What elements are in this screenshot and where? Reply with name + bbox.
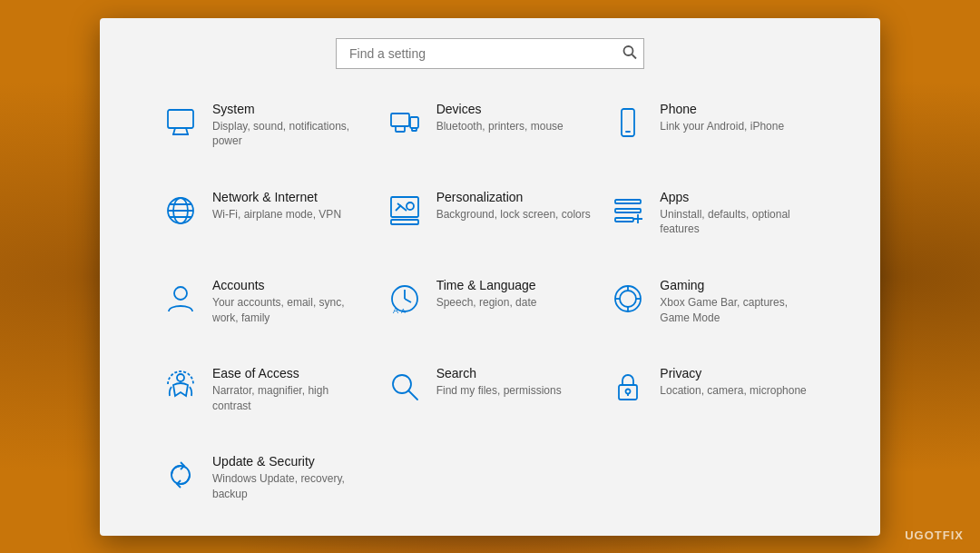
setting-item-personalization[interactable]: Personalization Background, lock screen,… [378, 173, 603, 262]
personalization-title: Personalization [436, 190, 591, 204]
gaming-title: Gaming [660, 278, 817, 292]
setting-item-update[interactable]: Update & Security Windows Update, recove… [154, 438, 378, 526]
svg-line-21 [396, 205, 401, 211]
accounts-title: Accounts [212, 278, 369, 292]
svg-line-30 [405, 299, 411, 302]
setting-item-phone[interactable]: Phone Link your Android, iPhone [602, 85, 826, 173]
ease-title: Ease of Access [212, 366, 369, 380]
svg-point-39 [177, 374, 184, 381]
personalization-icon [386, 192, 424, 230]
search-icon [622, 44, 637, 59]
svg-rect-18 [391, 220, 418, 224]
watermark-label: UGOTFIX [905, 528, 964, 542]
setting-item-accounts[interactable]: Accounts Your accounts, email, sync, wor… [154, 262, 378, 350]
devices-icon [386, 104, 424, 142]
apps-icon [609, 192, 647, 230]
search-button[interactable] [622, 44, 637, 62]
settings-grid: System Display, sound, notifications, po… [100, 69, 880, 536]
setting-item-apps[interactable]: Apps Uninstall, defaults, optional featu… [602, 173, 826, 262]
svg-rect-9 [412, 128, 416, 131]
time-title: Time & Language [436, 278, 537, 292]
time-icon: A A [386, 280, 424, 318]
setting-item-devices[interactable]: Devices Bluetooth, printers, mouse [378, 85, 603, 173]
svg-point-34 [620, 291, 636, 307]
update-title: Update & Security [212, 454, 369, 469]
gaming-icon [609, 280, 647, 318]
time-desc: Speech, region, date [436, 295, 537, 311]
monitor-icon [162, 104, 200, 142]
setting-item-gaming[interactable]: Gaming Xbox Game Bar, captures, Game Mod… [602, 262, 826, 350]
personalization-desc: Background, lock screen, colors [436, 207, 591, 222]
svg-rect-2 [168, 110, 193, 128]
svg-rect-6 [391, 114, 409, 126]
setting-item-time[interactable]: A A Time & Language Speech, region, date [378, 262, 603, 350]
network-desc: Wi-Fi, airplane mode, VPN [212, 207, 341, 222]
setting-item-ease[interactable]: Ease of Access Narrator, magnifier, high… [154, 350, 378, 438]
search-input[interactable] [336, 38, 644, 69]
svg-line-1 [632, 54, 637, 59]
phone-icon [609, 104, 647, 142]
svg-point-20 [407, 202, 414, 210]
settings-window: System Display, sound, notifications, po… [100, 18, 880, 536]
svg-text:A: A [393, 306, 398, 315]
gaming-desc: Xbox Game Bar, captures, Game Mode [660, 295, 817, 326]
accounts-icon [162, 280, 200, 318]
network-icon [162, 192, 200, 230]
devices-title: Devices [436, 102, 564, 116]
privacy-icon [609, 368, 647, 406]
svg-point-0 [624, 46, 633, 55]
apps-title: Apps [660, 190, 817, 204]
search-desc: Find my files, permissions [436, 383, 562, 399]
setting-item-privacy[interactable]: Privacy Location, camera, microphone [602, 350, 826, 438]
svg-rect-8 [410, 117, 418, 128]
setting-item-network[interactable]: Network & Internet Wi-Fi, airplane mode,… [154, 173, 378, 262]
update-desc: Windows Update, recovery, backup [212, 471, 369, 502]
svg-rect-23 [615, 209, 641, 212]
svg-rect-42 [619, 385, 637, 400]
search-title: Search [436, 366, 562, 380]
svg-point-27 [174, 287, 187, 300]
system-title: System [212, 102, 369, 116]
svg-line-41 [408, 390, 417, 400]
setting-item-search[interactable]: Search Find my files, permissions [378, 350, 603, 438]
svg-line-3 [173, 128, 175, 134]
svg-rect-7 [396, 126, 405, 132]
devices-desc: Bluetooth, printers, mouse [436, 119, 564, 134]
update-icon [162, 456, 200, 494]
svg-text:A: A [401, 308, 406, 314]
svg-line-4 [186, 128, 188, 134]
apps-desc: Uninstall, defaults, optional features [660, 207, 817, 238]
ease-desc: Narrator, magnifier, high contrast [212, 383, 369, 414]
svg-rect-24 [615, 218, 633, 222]
system-desc: Display, sound, notifications, power [212, 119, 369, 150]
privacy-title: Privacy [660, 366, 806, 380]
phone-desc: Link your Android, iPhone [660, 119, 784, 134]
search-settings-icon [386, 368, 424, 406]
privacy-desc: Location, camera, microphone [660, 383, 806, 399]
phone-title: Phone [660, 102, 784, 116]
accounts-desc: Your accounts, email, sync, work, family [212, 295, 369, 326]
search-bar-container [336, 38, 644, 69]
ease-icon [162, 368, 200, 406]
network-title: Network & Internet [212, 190, 341, 204]
setting-item-system[interactable]: System Display, sound, notifications, po… [154, 85, 378, 173]
svg-point-43 [626, 390, 631, 394]
svg-rect-22 [615, 200, 641, 203]
